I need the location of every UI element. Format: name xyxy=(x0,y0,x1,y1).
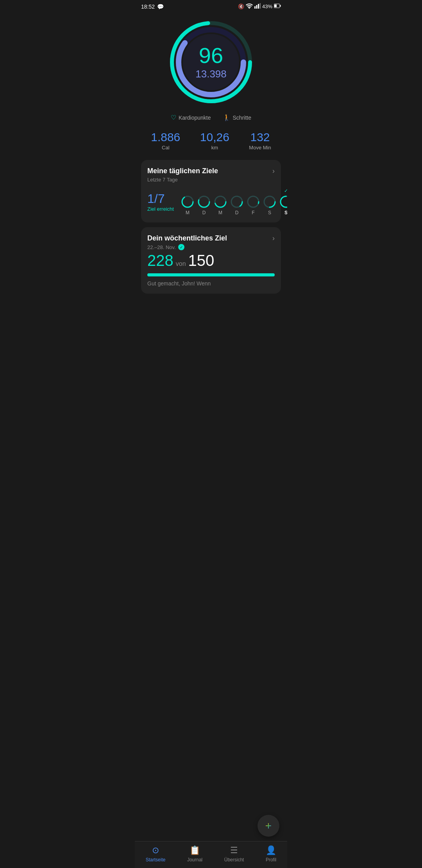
move-mins-stat: 132 Move Min xyxy=(249,131,271,151)
day-circle-1 xyxy=(197,195,211,208)
weekly-target: 150 xyxy=(188,252,215,269)
weekly-goal-card[interactable]: Dein wöchentliches Ziel › 22.–28. Nov. ✓… xyxy=(141,227,281,294)
battery-percent: 43% xyxy=(262,4,272,9)
cardio-label: ♡ Kardiopunkte xyxy=(171,114,211,121)
daily-goals-title: Meine täglichen Ziele xyxy=(147,167,218,175)
day-item-6: ✓S xyxy=(279,188,287,215)
distance-label: km xyxy=(200,145,229,151)
daily-goals-card[interactable]: Meine täglichen Ziele › Letzte 7 Tage 1/… xyxy=(141,160,281,222)
day-circle-5 xyxy=(263,195,276,208)
day-label-1: D xyxy=(202,210,206,215)
status-bar: 18:52 💬 🔇 43% xyxy=(135,0,287,11)
day-item-3: D xyxy=(230,188,243,215)
day-circle-3 xyxy=(230,195,243,208)
day-item-2: M xyxy=(214,188,227,215)
svg-rect-7 xyxy=(280,5,281,7)
goals-fraction: 1/7 xyxy=(147,192,175,206)
time: 18:52 xyxy=(141,4,155,10)
calories-value: 1.886 xyxy=(151,131,180,144)
cardio-heart-icon: ♡ xyxy=(171,114,176,121)
wifi-icon xyxy=(246,3,253,10)
day-item-5: S xyxy=(263,188,276,215)
day-circle-0 xyxy=(181,195,194,208)
weekly-count: 228 von 150 xyxy=(147,252,275,269)
daily-goals-chevron[interactable]: › xyxy=(272,167,275,175)
svg-rect-1 xyxy=(254,6,256,9)
weekly-of: von xyxy=(176,260,186,267)
day-label-4: F xyxy=(252,210,254,215)
day-label-5: S xyxy=(268,210,271,215)
day-label-3: D xyxy=(235,210,239,215)
weekly-check-badge: ✓ xyxy=(178,244,184,250)
svg-rect-2 xyxy=(256,5,257,9)
progress-bar-container xyxy=(147,273,275,276)
move-mins-value: 132 xyxy=(249,131,271,144)
svg-point-26 xyxy=(281,196,287,207)
day-item-1: D xyxy=(197,188,211,215)
svg-point-21 xyxy=(248,196,259,207)
stats-row: 1.886 Cal 10,26 km 132 Move Min xyxy=(141,124,281,160)
status-left: 18:52 💬 xyxy=(141,4,164,10)
ring-container[interactable]: 96 13.398 xyxy=(141,11,281,109)
day-circle-6 xyxy=(279,195,287,208)
calories-stat: 1.886 Cal xyxy=(151,131,180,151)
svg-rect-4 xyxy=(259,3,261,9)
weekly-message: Gut gemacht, John! Wenn xyxy=(147,280,275,287)
weekly-subtitle: 22.–28. Nov. ✓ xyxy=(147,244,275,250)
distance-value: 10,26 xyxy=(200,131,229,144)
daily-goals-header: Meine täglichen Ziele › xyxy=(147,167,275,175)
days-circles: MDMDFS✓S xyxy=(181,188,287,215)
progress-bar-fill xyxy=(147,273,275,276)
ring-center-text: 96 13.398 xyxy=(195,45,227,80)
move-mins-label: Move Min xyxy=(249,145,271,151)
day-label-0: M xyxy=(186,210,190,215)
svg-rect-6 xyxy=(274,5,277,7)
goals-count: 1/7 Ziel erreicht xyxy=(147,192,175,212)
goals-text: Ziel erreicht xyxy=(147,206,175,212)
goals-body: 1/7 Ziel erreicht MDMDFS✓S xyxy=(147,188,275,215)
weekly-goal-header: Dein wöchentliches Ziel › xyxy=(147,234,275,242)
svg-point-0 xyxy=(249,8,250,9)
mute-icon: 🔇 xyxy=(238,4,244,9)
steps-label: 🚶 Schritte xyxy=(223,114,251,121)
distance-stat: 10,26 km xyxy=(200,131,229,151)
day-item-4: F xyxy=(247,188,260,215)
day-check-6: ✓ xyxy=(284,188,287,194)
signal-icon xyxy=(254,3,261,10)
day-label-2: M xyxy=(218,210,222,215)
labels-row: ♡ Kardiopunkte 🚶 Schritte xyxy=(141,109,281,124)
day-label-6: S xyxy=(284,210,287,215)
daily-goals-subtitle: Letzte 7 Tage xyxy=(147,177,275,183)
steps-value: 13.398 xyxy=(195,68,227,80)
weekly-current: 228 xyxy=(147,252,173,269)
day-circle-2 xyxy=(214,195,227,208)
weekly-goal-chevron[interactable]: › xyxy=(272,234,275,242)
status-right: 🔇 43% xyxy=(238,3,281,10)
svg-rect-3 xyxy=(258,4,259,9)
whatsapp-icon: 💬 xyxy=(157,4,164,10)
weekly-goal-title: Dein wöchentliches Ziel xyxy=(147,234,227,242)
day-item-0: M xyxy=(181,188,194,215)
steps-label-text: Schritte xyxy=(233,115,251,121)
steps-walk-icon: 🚶 xyxy=(223,114,231,121)
cardio-label-text: Kardiopunkte xyxy=(179,115,211,121)
weekly-date: 22.–28. Nov. xyxy=(147,244,176,250)
cardio-points: 96 xyxy=(195,45,227,66)
day-circle-4 xyxy=(247,195,260,208)
battery-icon xyxy=(274,4,281,9)
calories-label: Cal xyxy=(151,145,180,151)
main-content: 96 13.398 ♡ Kardiopunkte 🚶 Schritte 1.88… xyxy=(135,11,287,294)
